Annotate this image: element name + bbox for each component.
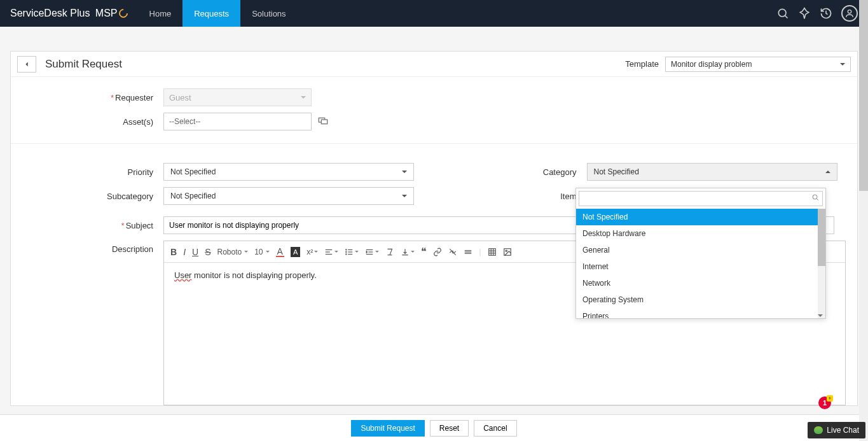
pin-icon[interactable] (798, 7, 811, 20)
description-label: Description (11, 241, 163, 254)
form-top-section: *Requester Guest Asset(s) --Select-- (11, 77, 857, 144)
logo-name: ServiceDesk (10, 8, 67, 19)
unlink-button[interactable] (448, 248, 457, 256)
navbar-left: ServiceDesk Plus MSP Home Requests Solut… (10, 0, 298, 27)
priority-label: Priority (11, 167, 163, 177)
category-select[interactable]: Not Specified (587, 163, 837, 181)
priority-col: Priority Not Specified (11, 163, 434, 181)
table-button[interactable] (488, 248, 497, 256)
submit-button[interactable]: Submit Request (351, 420, 424, 437)
nav-solutions[interactable]: Solutions (240, 0, 297, 27)
app-logo: ServiceDesk Plus MSP (10, 8, 128, 19)
chevron-down-icon (840, 63, 845, 66)
search-icon[interactable] (776, 7, 789, 20)
subcategory-label: Subcategory (11, 192, 163, 201)
back-button[interactable] (17, 56, 36, 73)
history-icon[interactable] (820, 7, 832, 20)
priority-value: Not Specified (170, 167, 216, 176)
cancel-button[interactable]: Cancel (474, 420, 516, 437)
live-chat-label: Live Chat (827, 426, 859, 435)
panel-header: Submit Request Template Monitor display … (11, 52, 857, 77)
notification-badge-plus: + (827, 395, 833, 402)
spell-error-word: User (174, 270, 191, 280)
font-size-select[interactable]: 10 (254, 248, 269, 256)
chevron-down-icon (301, 96, 306, 99)
requester-select[interactable]: Guest (163, 88, 312, 106)
assets-label: Asset(s) (11, 117, 163, 127)
svg-point-10 (346, 253, 347, 254)
dropdown-option[interactable]: Internet (576, 258, 825, 275)
chevron-down-icon (402, 195, 407, 197)
svg-point-0 (778, 9, 786, 17)
panel-header-left: Submit Request (17, 56, 122, 73)
list-button[interactable] (345, 248, 359, 256)
template-select[interactable]: Monitor display problem (665, 57, 851, 72)
svg-point-2 (848, 10, 851, 13)
assets-placeholder: --Select-- (169, 117, 200, 126)
dropdown-list: Not Specified Desktop Hardware General I… (576, 209, 825, 318)
dropdown-option[interactable]: Operating System (576, 291, 825, 308)
dropdown-option[interactable]: Network (576, 275, 825, 291)
live-chat-button[interactable]: Live Chat (808, 422, 865, 438)
asset-picker-icon[interactable] (318, 116, 328, 127)
row-priority-category: Priority Not Specified Category Not Spec… (11, 163, 857, 181)
category-value: Not Specified (594, 167, 639, 176)
svg-rect-22 (488, 248, 495, 255)
dropdown-option[interactable]: Desktop Hardware (576, 225, 825, 242)
svg-point-8 (346, 249, 347, 249)
category-dropdown-popup: Not Specified Desktop Hardware General I… (575, 188, 826, 319)
panel-header-right: Template Monitor display problem (625, 57, 851, 72)
reset-button[interactable]: Reset (430, 420, 469, 437)
text-color-button[interactable]: A (276, 247, 284, 257)
svg-point-28 (506, 250, 507, 251)
user-avatar[interactable] (841, 5, 858, 22)
priority-select[interactable]: Not Specified (163, 163, 414, 181)
clear-format-button[interactable] (385, 248, 394, 256)
bg-color-button[interactable]: A (291, 247, 300, 257)
chat-bubble-icon (814, 426, 823, 434)
font-family-select[interactable]: Roboto (217, 248, 248, 256)
align-button[interactable] (324, 248, 338, 256)
logo-msp: MSP (95, 8, 118, 19)
category-label: Category (434, 167, 587, 177)
indent-button[interactable] (365, 248, 379, 256)
italic-button[interactable]: I (183, 247, 186, 257)
hr-button[interactable] (464, 248, 472, 256)
navbar-right (776, 5, 858, 22)
underline-button[interactable]: U (192, 247, 198, 257)
strikethrough-button[interactable]: S (205, 247, 210, 257)
dropdown-search (576, 188, 825, 209)
subject-label: *Subject (11, 221, 163, 230)
subcategory-value: Not Specified (170, 192, 216, 200)
link-button[interactable] (433, 248, 442, 256)
chevron-up-icon (825, 171, 830, 173)
svg-point-9 (346, 251, 347, 252)
template-label: Template (625, 59, 659, 69)
insert-button[interactable] (401, 248, 415, 256)
nav-requests[interactable]: Requests (183, 0, 240, 27)
assets-select[interactable]: --Select-- (163, 113, 312, 130)
template-selected: Monitor display problem (671, 60, 752, 69)
dropdown-option[interactable]: General (576, 242, 825, 258)
dropdown-search-input[interactable] (579, 191, 823, 206)
subcategory-col: Subcategory Not Specified (11, 187, 434, 205)
page-title: Submit Request (45, 58, 122, 71)
quote-button[interactable]: ❝ (421, 246, 427, 258)
svg-line-1 (785, 16, 788, 18)
requester-value: Guest (169, 93, 191, 102)
bold-button[interactable]: B (170, 247, 177, 257)
dropdown-option[interactable]: Not Specified (576, 209, 825, 225)
top-navbar: ServiceDesk Plus MSP Home Requests Solut… (0, 0, 868, 27)
category-col: Category Not Specified (434, 163, 858, 181)
superscript-button[interactable]: x² (307, 248, 318, 256)
svg-point-29 (813, 195, 817, 199)
image-button[interactable] (503, 248, 512, 256)
assets-row: Asset(s) --Select-- (11, 113, 857, 130)
dropdown-scrollbar[interactable] (818, 209, 825, 318)
page-scrollbar[interactable] (859, 0, 868, 441)
svg-line-30 (816, 199, 818, 200)
nav-home[interactable]: Home (138, 0, 183, 27)
subcategory-select[interactable]: Not Specified (163, 187, 414, 205)
requester-label: *Requester (11, 93, 163, 102)
dropdown-option[interactable]: Printers (576, 308, 825, 318)
